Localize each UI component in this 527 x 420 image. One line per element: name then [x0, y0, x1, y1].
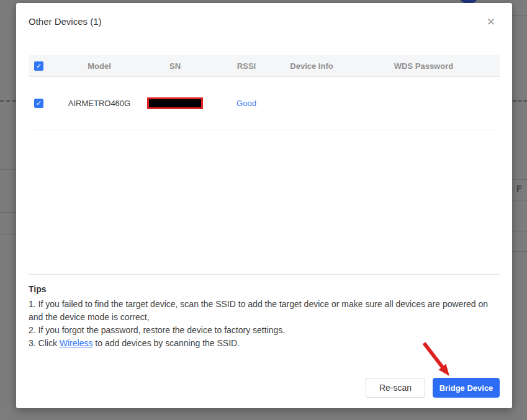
column-header-sn: SN [133, 61, 217, 71]
tip-3: 3. Click Wireless to add devices by scan… [29, 337, 500, 350]
background-divider [513, 179, 527, 180]
bridge-device-button[interactable]: Bridge Device [433, 378, 500, 398]
background-divider [513, 16, 527, 16]
device-rssi-cell: Good [217, 99, 276, 108]
background-divider [513, 231, 527, 231]
column-header-wds-password: WDS Password [348, 61, 500, 71]
select-all-cell: ✓ [29, 61, 66, 71]
tip-3-suffix: to add devices by scanning the SSID. [92, 338, 240, 348]
background-divider [0, 212, 16, 213]
sn-redaction-box [147, 97, 203, 109]
rescan-button[interactable]: Re-scan [366, 378, 425, 398]
background-letter: F [516, 183, 522, 194]
tips-body: 1. If you failed to find the target devi… [29, 298, 500, 350]
select-all-checkbox[interactable]: ✓ [34, 61, 43, 71]
device-sn-cell [133, 97, 217, 109]
tip-1: 1. If you failed to find the target devi… [29, 298, 500, 324]
other-devices-dialog: Other Devices (1) ✕ ✓ Model SN RSSI Devi… [16, 3, 512, 408]
row-select-cell: ✓ [29, 99, 66, 108]
background-dashes [0, 100, 16, 102]
device-table-row: ✓ AIRMETRO460G Good [29, 77, 500, 130]
rssi-good-link[interactable]: Good [236, 99, 256, 108]
column-header-model: Model [66, 61, 133, 71]
background-dashes [513, 100, 527, 102]
dialog-footer: Re-scan Bridge Device [29, 378, 500, 398]
divider [29, 274, 500, 275]
column-header-device-info: Device Info [276, 61, 348, 71]
dialog-title: Other Devices (1) [29, 16, 102, 27]
device-model: AIRMETRO460G [66, 99, 133, 108]
background-divider [0, 169, 16, 170]
tip-2: 2. If you forgot the password, restore t… [29, 324, 500, 337]
background-divider [513, 200, 527, 200]
device-table-header: ✓ Model SN RSSI Device Info WDS Password [29, 55, 500, 77]
row-checkbox[interactable]: ✓ [34, 99, 43, 108]
tips-title: Tips [29, 284, 500, 294]
background-divider [0, 234, 16, 235]
background-divider [513, 251, 527, 252]
dialog-header: Other Devices (1) ✕ [29, 3, 500, 27]
column-header-rssi: RSSI [217, 61, 276, 71]
close-icon[interactable]: ✕ [487, 17, 495, 27]
wireless-link[interactable]: Wireless [60, 338, 93, 348]
tip-3-prefix: 3. Click [29, 338, 60, 348]
